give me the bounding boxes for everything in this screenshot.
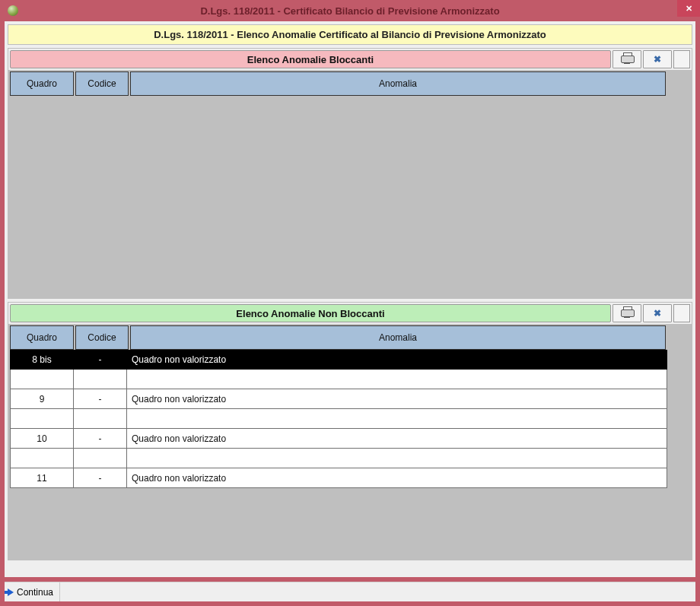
col-gap-2 <box>667 325 690 350</box>
nonblocking-columns: Quadro Codice Anomalia <box>8 324 692 350</box>
arrow-right-icon <box>8 589 14 596</box>
blocking-close-button[interactable]: ✖ <box>643 50 672 68</box>
cell-anomalia: Quadro non valorizzato <box>127 350 667 370</box>
cell-anomalia: Quadro non valorizzato <box>127 429 667 449</box>
col-anomalia[interactable]: Anomalia <box>130 71 666 96</box>
cell-quadro: 11 <box>10 468 74 488</box>
close-icon: ✖ <box>654 309 661 318</box>
nonblocking-print-button[interactable] <box>612 304 641 322</box>
table-row[interactable]: 11-Quadro non valorizzato <box>10 468 667 488</box>
close-icon: ✖ <box>654 55 661 64</box>
cell-quadro: 9 <box>10 389 74 409</box>
statusbar: Continua <box>5 582 695 601</box>
col-codice-2[interactable]: Codice <box>75 325 129 350</box>
nonblocking-title: Elenco Anomalie Non Bloccanti <box>10 304 611 322</box>
cell-quadro: 8 bis <box>10 350 74 370</box>
cell-anomalia: Quadro non valorizzato <box>127 468 667 488</box>
table-row[interactable]: 10-Quadro non valorizzato <box>10 429 667 449</box>
col-gap <box>667 71 690 96</box>
blocking-grid[interactable] <box>8 96 692 298</box>
cell-quadro <box>10 409 74 429</box>
col-codice[interactable]: Codice <box>75 71 129 96</box>
continua-button[interactable]: Continua <box>6 582 60 601</box>
table-row[interactable]: 8 bis-Quadro non valorizzato <box>10 350 667 370</box>
cell-codice <box>74 409 127 429</box>
col-anomalia-2[interactable]: Anomalia <box>130 325 666 350</box>
window-title: D.Lgs. 118/2011 - Certificato Bilancio d… <box>0 5 700 17</box>
nonblocking-section: Elenco Anomalie Non Bloccanti ✖ Quadro C… <box>8 302 692 560</box>
table-row[interactable]: 9-Quadro non valorizzato <box>10 389 667 409</box>
close-button[interactable]: ✕ <box>677 0 700 17</box>
continua-label: Continua <box>17 587 53 598</box>
nonblocking-header: Elenco Anomalie Non Bloccanti ✖ <box>8 303 692 324</box>
cell-anomalia <box>127 370 667 389</box>
cell-anomalia <box>127 409 667 429</box>
client-area: D.Lgs. 118/2011 - Elenco Anomalie Certif… <box>5 21 695 577</box>
cell-codice <box>74 449 127 468</box>
cell-quadro <box>10 370 74 389</box>
cell-anomalia <box>127 449 667 468</box>
col-quadro[interactable]: Quadro <box>10 71 74 96</box>
blocking-columns: Quadro Codice Anomalia <box>8 70 692 96</box>
table-row[interactable] <box>10 370 667 389</box>
printer-icon <box>621 309 633 318</box>
nonblocking-close-button[interactable]: ✖ <box>643 304 672 322</box>
cell-codice: - <box>74 429 127 449</box>
col-quadro-2[interactable]: Quadro <box>10 325 74 350</box>
table-row[interactable] <box>10 449 667 468</box>
printer-icon <box>621 55 633 64</box>
blocking-title: Elenco Anomalie Bloccanti <box>10 50 611 68</box>
cell-codice <box>74 370 127 389</box>
cell-codice: - <box>74 468 127 488</box>
cell-quadro: 10 <box>10 429 74 449</box>
cell-quadro <box>10 449 74 468</box>
nonblocking-header-spacer <box>673 304 690 322</box>
cell-codice: - <box>74 389 127 409</box>
table-row[interactable] <box>10 409 667 429</box>
titlebar: D.Lgs. 118/2011 - Certificato Bilancio d… <box>0 0 700 21</box>
blocking-header: Elenco Anomalie Bloccanti ✖ <box>8 49 692 70</box>
cell-anomalia: Quadro non valorizzato <box>127 389 667 409</box>
blocking-section: Elenco Anomalie Bloccanti ✖ Quadro Codic… <box>8 48 692 299</box>
blocking-header-spacer <box>673 50 690 68</box>
nonblocking-grid[interactable]: 8 bis-Quadro non valorizzato9-Quadro non… <box>8 350 692 560</box>
page-banner: D.Lgs. 118/2011 - Elenco Anomalie Certif… <box>8 24 692 45</box>
blocking-print-button[interactable] <box>612 50 641 68</box>
cell-codice: - <box>74 350 127 370</box>
